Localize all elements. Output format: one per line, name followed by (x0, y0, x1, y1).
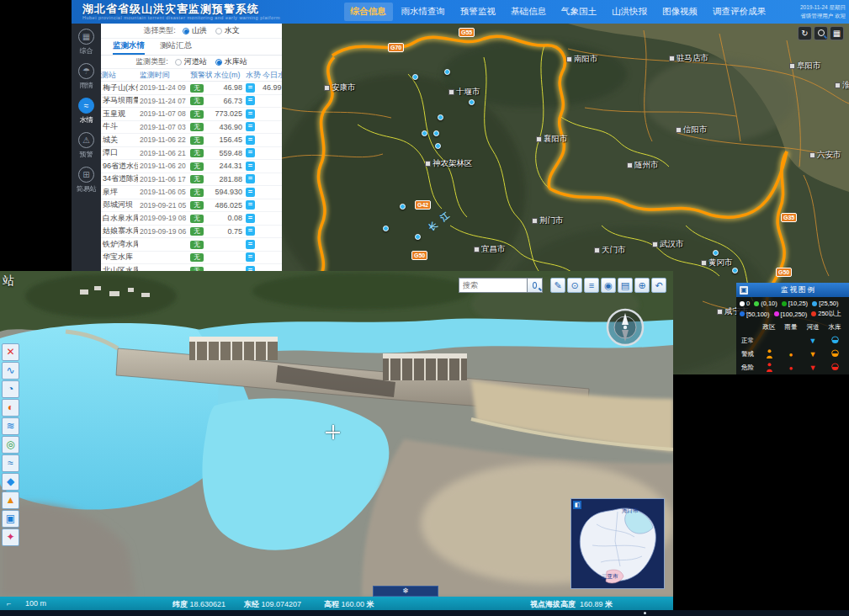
cell-trend: = (246, 148, 261, 157)
table-row[interactable]: 玉皇观2019-11-07 08无773.025= (101, 108, 282, 121)
close-icon[interactable]: ✕ (2, 343, 19, 361)
alert-icon: ⚠ (78, 132, 94, 148)
trend-steady-icon: = (246, 135, 255, 145)
table-row[interactable]: 铁炉湾水库无= (101, 238, 282, 252)
drop-icon[interactable]: ◆ (2, 473, 19, 491)
sidebar-item-综合[interactable]: ▦综合 (72, 27, 101, 58)
matrix-cell: ● (780, 364, 802, 372)
radar-icon[interactable]: ◎ (2, 436, 19, 454)
monitor-option-河道站[interactable]: 河道站 (175, 56, 207, 67)
station-marker[interactable] (444, 69, 450, 75)
table-row[interactable]: 梅子山(水位...2019-11-24 09无46.98=46.99 (101, 82, 282, 95)
tab-测站汇总[interactable]: 测站汇总 (160, 39, 192, 55)
legend-scale-item: [25,50) (812, 300, 838, 307)
nav-item-预警监视[interactable]: 预警监视 (454, 3, 502, 21)
table-row[interactable]: 牛斗2019-11-07 03无436.90= (101, 121, 282, 135)
analysis-icon[interactable]: ✦ (2, 528, 19, 546)
search-map-icon[interactable] (814, 26, 828, 40)
station-marker[interactable] (435, 143, 441, 149)
minimap-toggle-icon[interactable]: ◧ (573, 501, 581, 509)
sidebar-item-简易站[interactable]: ⊞简易站 (72, 165, 101, 196)
compass[interactable] (606, 308, 645, 347)
rotate-icon[interactable]: ↻ (798, 26, 812, 40)
terrain-icon[interactable]: ▲ (2, 491, 19, 509)
overview-minimap[interactable]: ◧ 海口市 三亚市 (570, 498, 665, 589)
globe-icon[interactable]: ⊕ (634, 278, 650, 293)
ripple-icon[interactable]: ≋ (2, 417, 19, 435)
scene-search-input[interactable] (459, 278, 528, 293)
nav-item-山洪快报[interactable]: 山洪快报 (605, 3, 654, 21)
status-badge: 无 (190, 84, 204, 93)
cell-level: 46.98 (214, 83, 244, 92)
station-marker[interactable] (713, 250, 719, 256)
legend-collapse-icon[interactable]: ▣ (740, 286, 748, 295)
table-row[interactable]: 茅马坝雨量...2019-11-24 07无66.73= (101, 95, 282, 109)
sidebar-item-label: 综合 (79, 46, 93, 56)
undo-icon[interactable]: ↶ (651, 278, 666, 293)
globe-water-icon[interactable]: ◔ (2, 380, 19, 398)
city-label-南阳市: 南阳市 (566, 54, 598, 65)
typhoon-icon[interactable]: ◐ (2, 399, 19, 417)
table-row[interactable]: 姑娘寨水库(...2019-09-19 06无0.75= (101, 226, 282, 239)
frame-icon[interactable]: ▣ (2, 510, 19, 528)
station-table: 梅子山(水位...2019-11-24 09无46.98=46.99茅马坝雨量.… (101, 82, 282, 278)
flood-icon[interactable]: ≈ (2, 454, 19, 472)
status-badge: 无 (190, 241, 204, 249)
nav-item-气象国土[interactable]: 气象国土 (555, 3, 603, 21)
table-row[interactable]: 白水泉水库(...2019-09-19 08无0.08= (101, 212, 282, 226)
layers-icon[interactable]: ▦ (830, 26, 844, 40)
person-icon (758, 363, 780, 374)
filter-option-山洪[interactable]: 山洪 (183, 25, 207, 36)
table-row[interactable]: 泉坪2019-11-06 05无594.930= (101, 186, 282, 199)
table-row[interactable]: 城关2019-11-06 22无156.45= (101, 134, 282, 147)
cell-time: 2019-09-19 06 (140, 227, 188, 236)
image-chart-icon[interactable]: ▤ (618, 278, 633, 293)
station-marker[interactable] (438, 114, 443, 120)
sidebar-item-预警[interactable]: ⚠预警 (72, 130, 101, 162)
matrix-header-row: 政区雨量河道水库 (736, 321, 849, 334)
table-row[interactable]: 34省道陈家...2019-11-06 17无281.88= (101, 173, 282, 187)
trend-steady-icon: = (246, 188, 255, 197)
station-marker[interactable] (412, 74, 418, 80)
table-row[interactable]: 华宝水库无= (101, 252, 282, 265)
station-marker[interactable] (383, 226, 389, 231)
legend-scale-item: [50,100) (740, 310, 770, 318)
nav-item-图像视频[interactable]: 图像视频 (655, 3, 704, 21)
monitor-option-水库站[interactable]: 水库站 (215, 56, 247, 67)
table-row[interactable]: 郧城河坝2019-09-21 05无486.025= (101, 199, 282, 213)
city-label-阜阳市: 阜阳市 (789, 61, 821, 72)
nav-item-综合信息[interactable]: 综合信息 (344, 3, 393, 21)
station-marker[interactable] (732, 268, 738, 273)
scene-search-button[interactable] (528, 278, 543, 293)
nav-item-雨水情查询[interactable]: 雨水情查询 (395, 3, 453, 21)
draw-chart-icon[interactable]: ✎ (550, 278, 565, 293)
table-row[interactable]: 潭口2019-11-06 21无559.48= (101, 147, 282, 161)
brand: 湖北省省级山洪灾害监测预警系统 Hubei provincial mountai… (82, 3, 280, 21)
cell-station: 城关 (101, 135, 138, 146)
station-marker[interactable] (433, 130, 439, 136)
eye-icon[interactable]: ◉ (601, 278, 616, 293)
water-waves-icon[interactable]: ∿ (2, 362, 19, 380)
station-panel: 选择类型: 山洪水文 监测水情测站汇总 监测类型: 河道站水库站 测站监测时间预… (101, 24, 282, 278)
weather-widget[interactable]: ❄ (373, 586, 438, 597)
station-marker[interactable] (469, 99, 475, 105)
list-icon[interactable]: ≡ (584, 278, 599, 293)
water-level-icon: ≈ (78, 98, 94, 114)
viewer-3d[interactable]: 站 ✎⊙≡◉▤⊕↶ ✕∿◔◐≋◎≈◆▲▣✦ ❄ (0, 271, 673, 610)
camera-icon[interactable]: ⊙ (567, 278, 582, 293)
cell-status: 无 (190, 252, 212, 262)
map-legend: ▣ 监视图例 0(0,10)[10,25)[25,50)[50,100)[100… (736, 283, 849, 374)
nav-item-基础信息[interactable]: 基础信息 (504, 3, 553, 21)
station-marker[interactable] (400, 204, 406, 210)
scale-dot (740, 311, 745, 316)
station-marker[interactable] (422, 130, 427, 136)
city-label-襄阳市: 襄阳市 (536, 134, 568, 145)
table-row[interactable]: 96省道水位...2019-11-06 20无244.31= (101, 160, 282, 173)
highway-shield-G50: G50 (776, 268, 792, 277)
tab-监测水情[interactable]: 监测水情 (113, 39, 145, 55)
nav-item-调查评价成果[interactable]: 调查评价成果 (706, 3, 772, 21)
sidebar-item-雨情[interactable]: ☂雨情 (72, 61, 101, 93)
filter-option-水文[interactable]: 水文 (215, 25, 240, 36)
sidebar-item-水情[interactable]: ≈水情 (72, 96, 101, 127)
station-marker[interactable] (415, 234, 421, 240)
